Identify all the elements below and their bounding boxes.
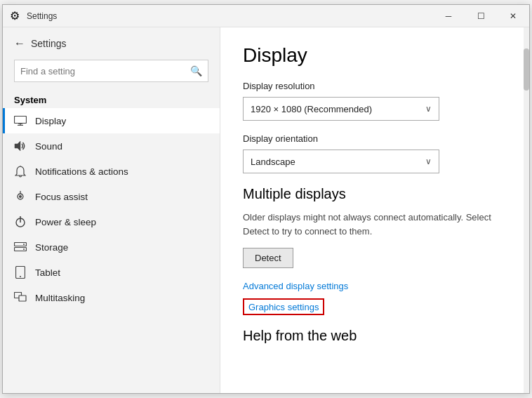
- titlebar: ⚙ Settings ─ ☐ ✕: [3, 5, 529, 27]
- sidebar-item-notifications[interactable]: Notifications & actions: [3, 159, 220, 184]
- chevron-down-icon: ∨: [425, 104, 432, 114]
- sidebar-item-label-sound: Sound: [35, 141, 62, 152]
- sidebar-item-label-tablet: Tablet: [35, 267, 60, 278]
- main-content: Display Display resolution 1920 × 1080 (…: [220, 27, 524, 393]
- svg-point-13: [20, 276, 21, 277]
- sidebar-item-label-notifications: Notifications & actions: [35, 166, 128, 177]
- multiple-displays-desc: Older displays might not always connect …: [243, 211, 501, 238]
- sidebar-item-sound[interactable]: Sound: [3, 133, 220, 159]
- back-arrow-icon: ←: [14, 37, 25, 50]
- multiple-displays-title: Multiple displays: [243, 186, 501, 202]
- svg-point-11: [23, 248, 25, 250]
- search-input[interactable]: [20, 66, 190, 77]
- svg-marker-4: [15, 141, 20, 151]
- orientation-value: Landscape: [251, 157, 295, 167]
- close-button[interactable]: ✕: [497, 5, 529, 27]
- svg-point-5: [19, 195, 22, 198]
- notifications-icon: [14, 165, 27, 178]
- advanced-display-settings-link[interactable]: Advanced display settings: [243, 281, 501, 291]
- app-icon: ⚙: [10, 9, 20, 22]
- power-icon: [14, 215, 27, 228]
- page-title: Display: [243, 44, 501, 67]
- svg-rect-0: [15, 117, 27, 124]
- sidebar-item-label-storage: Storage: [35, 242, 68, 253]
- svg-point-10: [23, 244, 25, 245]
- sidebar-item-label-focus: Focus assist: [35, 192, 88, 202]
- svg-rect-15: [19, 296, 26, 301]
- resolution-label: Display resolution: [243, 81, 501, 91]
- search-icon: 🔍: [190, 65, 202, 77]
- settings-window: ⚙ Settings ─ ☐ ✕ ← Settings 🔍 System: [2, 4, 530, 394]
- help-title: Help from the web: [243, 328, 501, 344]
- titlebar-controls: ─ ☐ ✕: [432, 5, 529, 27]
- sidebar-item-display[interactable]: Display: [3, 108, 220, 133]
- graphics-settings-link[interactable]: Graphics settings: [248, 302, 319, 312]
- sidebar-item-label-power: Power & sleep: [35, 217, 96, 227]
- search-box[interactable]: 🔍: [14, 60, 208, 82]
- scrollbar-track: [524, 27, 529, 393]
- maximize-button[interactable]: ☐: [465, 5, 497, 27]
- sidebar-item-tablet[interactable]: Tablet: [3, 260, 220, 285]
- sidebar: ← Settings 🔍 System Display: [3, 27, 220, 393]
- titlebar-title: Settings: [27, 11, 57, 21]
- orientation-dropdown[interactable]: Landscape ∨: [243, 150, 439, 173]
- back-button[interactable]: ← Settings: [3, 27, 220, 60]
- back-label: Settings: [31, 38, 67, 49]
- scrollbar-thumb[interactable]: [524, 48, 529, 91]
- sidebar-item-power[interactable]: Power & sleep: [3, 209, 220, 234]
- tablet-icon: [14, 266, 27, 279]
- sidebar-item-storage[interactable]: Storage: [3, 234, 220, 260]
- sound-icon: [14, 140, 27, 152]
- chevron-down-icon-2: ∨: [425, 157, 432, 166]
- content-area: ← Settings 🔍 System Display: [3, 27, 529, 393]
- resolution-dropdown[interactable]: 1920 × 1080 (Recommended) ∨: [243, 97, 439, 121]
- sidebar-item-label-multitasking: Multitasking: [35, 293, 85, 303]
- sidebar-item-label-display: Display: [35, 116, 66, 126]
- sidebar-section-label: System: [3, 89, 220, 108]
- graphics-settings-box: Graphics settings: [243, 298, 324, 315]
- detect-button[interactable]: Detect: [243, 248, 293, 268]
- sidebar-item-multitasking[interactable]: Multitasking: [3, 285, 220, 310]
- resolution-value: 1920 × 1080 (Recommended): [251, 104, 372, 114]
- multitasking-icon: [14, 291, 27, 304]
- storage-icon: [14, 241, 27, 253]
- sidebar-item-focus[interactable]: Focus assist: [3, 184, 220, 209]
- display-icon: [14, 114, 27, 127]
- minimize-button[interactable]: ─: [432, 5, 465, 27]
- focus-icon: [14, 190, 27, 203]
- orientation-label: Display orientation: [243, 133, 501, 144]
- titlebar-left: ⚙ Settings: [10, 9, 57, 22]
